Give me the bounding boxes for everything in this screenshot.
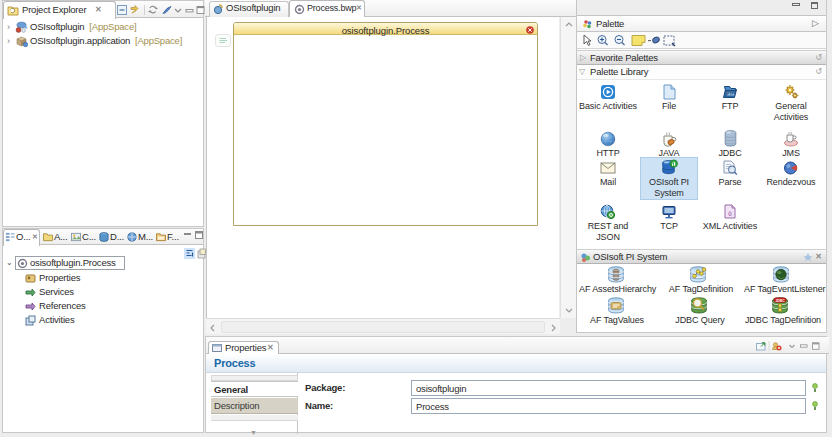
svg-text:〈〉: 〈〉 bbox=[728, 210, 732, 217]
svg-text:JDBC: JDBC bbox=[775, 299, 785, 303]
svg-text:FTP: FTP bbox=[727, 92, 735, 96]
